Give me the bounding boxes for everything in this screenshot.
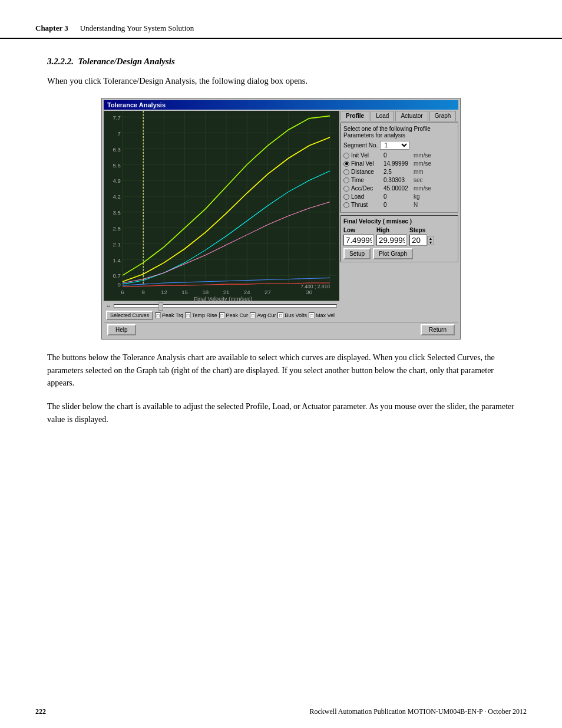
param-accdec: Acc/Dec 45.00002 mm/se: [343, 185, 455, 192]
page-content: 3.2.2.2. Tolerance/Design Analysis When …: [0, 39, 562, 460]
svg-text:1.4: 1.4: [113, 256, 121, 263]
tab-profile[interactable]: Profile: [340, 111, 369, 121]
svg-text:7.400 ; 2.810: 7.400 ; 2.810: [300, 284, 330, 289]
svg-text:0: 0: [117, 281, 120, 288]
temp-rise-checkbox[interactable]: □: [185, 312, 191, 318]
publication-info: Rockwell Automation Publication MOTION-U…: [309, 707, 527, 716]
segment-label: Segment No.: [343, 142, 378, 149]
svg-text:30: 30: [306, 289, 312, 295]
svg-text:7.7: 7.7: [113, 114, 120, 121]
param-load: Load 0 kg: [343, 193, 455, 200]
vel-btn-row: Setup Plot Graph: [343, 248, 455, 259]
svg-text:7: 7: [117, 130, 120, 137]
slider-label: ↔: [106, 303, 111, 309]
param-time: Time 0.30303 sec: [343, 177, 455, 183]
max-vel-checkbox[interactable]: □: [309, 312, 315, 318]
chapter-subtitle: Understanding Your System Solution: [80, 24, 194, 33]
curve-buttons-row: Selected Curves □ Peak Trq □ Temp Rise □…: [106, 311, 337, 320]
svg-text:0.7: 0.7: [113, 272, 120, 279]
selected-curves-button[interactable]: Selected Curves: [106, 311, 153, 320]
svg-text:4.9: 4.9: [113, 177, 120, 184]
svg-text:2.1: 2.1: [113, 241, 120, 248]
avg-cur-checkbox[interactable]: □: [250, 312, 256, 318]
tab-actuator[interactable]: Actuator: [395, 111, 428, 121]
radio-final-vel[interactable]: [343, 161, 349, 167]
return-button[interactable]: Return: [421, 324, 455, 335]
peak-cur-checkbox[interactable]: □: [219, 312, 225, 318]
velocity-values: ▲ ▼: [343, 235, 455, 246]
chart-area: 7.7 7 6.3 5.6 4.9 4.2 3.5 2.8 2.1 1.4 0.…: [104, 111, 339, 301]
dialog-body: 7.7 7 6.3 5.6 4.9 4.2 3.5 2.8 2.1 1.4 0.…: [104, 111, 458, 322]
svg-text:Final Velocity (mm/sec): Final Velocity (mm/sec): [194, 295, 252, 301]
bus-volts-check[interactable]: □ Bus Volts: [277, 312, 307, 318]
tabs-row: Profile Load Actuator Graph: [340, 111, 458, 121]
velocity-panel: Final Velocity ( mm/sec ) Low High Steps…: [340, 215, 458, 262]
plot-graph-button[interactable]: Plot Graph: [373, 248, 413, 259]
radio-distance[interactable]: [343, 169, 349, 175]
right-panel: Profile Load Actuator Graph Select one o…: [340, 111, 458, 322]
radio-time[interactable]: [343, 177, 349, 183]
temp-rise-check[interactable]: □ Temp Rise: [185, 312, 217, 318]
segment-select[interactable]: 1: [380, 141, 409, 150]
param-distance: Distance 2.5 mm: [343, 169, 455, 175]
bus-volts-checkbox[interactable]: □: [277, 312, 283, 318]
param-init-vel: Init Vel 0 mm/se: [343, 152, 455, 159]
slider-track[interactable]: [114, 304, 337, 308]
section-heading: 3.2.2.2. Tolerance/Design Analysis: [47, 57, 515, 67]
steps-down-button[interactable]: ▼: [428, 241, 434, 245]
high-velocity-input[interactable]: [376, 235, 407, 246]
peak-trq-check[interactable]: □ Peak Trq: [155, 312, 183, 318]
svg-rect-0: [104, 111, 339, 301]
param-final-vel: Final Vel 14.99999 mm/se: [343, 160, 455, 167]
help-button[interactable]: Help: [107, 324, 136, 335]
intro-paragraph: When you click Tolerance/Design Analysis…: [47, 76, 515, 86]
svg-text:24: 24: [244, 289, 250, 295]
body-paragraph-2: The slider below the chart is available …: [47, 400, 515, 426]
radio-thrust[interactable]: [343, 202, 349, 208]
segment-row: Segment No. 1: [343, 141, 455, 150]
low-velocity-input[interactable]: [343, 235, 374, 246]
peak-trq-checkbox[interactable]: □: [155, 312, 161, 318]
svg-text:6: 6: [121, 289, 124, 295]
velocity-title: Final Velocity ( mm/sec ): [343, 218, 455, 225]
tab-graph[interactable]: Graph: [429, 111, 457, 121]
steps-input[interactable]: [409, 235, 427, 246]
setup-button[interactable]: Setup: [343, 248, 371, 259]
svg-text:5.6: 5.6: [113, 162, 120, 168]
profile-title: Select one of the following Profile Para…: [343, 126, 455, 139]
svg-text:2.8: 2.8: [113, 225, 120, 232]
svg-text:3.5: 3.5: [113, 209, 120, 216]
slider-row: ↔: [106, 303, 337, 309]
slider-thumb[interactable]: [158, 302, 163, 311]
tolerance-dialog: Tolerance Analysis: [101, 98, 461, 340]
max-vel-check[interactable]: □ Max Vel: [309, 312, 335, 318]
svg-text:6.3: 6.3: [113, 146, 120, 153]
dialog-titlebar: Tolerance Analysis: [104, 100, 458, 110]
svg-text:9: 9: [142, 289, 145, 295]
dialog-footer: Help Return: [104, 322, 458, 337]
velocity-headers: Low High Steps: [343, 227, 455, 233]
svg-text:15: 15: [181, 289, 188, 295]
body-paragraph-1: The buttons below the Tolerance Analysis…: [47, 351, 515, 390]
svg-text:27: 27: [265, 289, 271, 295]
svg-text:18: 18: [202, 289, 209, 295]
avg-cur-check[interactable]: □ Avg Cur: [250, 312, 276, 318]
page-header: Chapter 3 Understanding Your System Solu…: [0, 0, 562, 39]
page-number: 222: [35, 707, 46, 716]
svg-text:21: 21: [223, 289, 230, 295]
param-thrust: Thrust 0 N: [343, 202, 455, 208]
radio-load[interactable]: [343, 194, 349, 200]
profile-panel: Select one of the following Profile Para…: [340, 123, 458, 213]
svg-text:12: 12: [161, 289, 167, 295]
page-footer: 222 Rockwell Automation Publication MOTI…: [0, 707, 562, 716]
chapter-label: Chapter 3: [35, 24, 68, 33]
radio-accdec[interactable]: [343, 186, 349, 192]
peak-cur-check[interactable]: □ Peak Cur: [219, 312, 249, 318]
steps-up-button[interactable]: ▲: [428, 236, 434, 241]
tab-load[interactable]: Load: [371, 111, 394, 121]
svg-text:4.2: 4.2: [113, 193, 120, 200]
chart-bottom: ↔ Selected Curves □ Peak Trq □: [104, 301, 339, 322]
radio-init-vel[interactable]: [343, 153, 349, 159]
steps-spinner: ▲ ▼: [427, 236, 434, 245]
